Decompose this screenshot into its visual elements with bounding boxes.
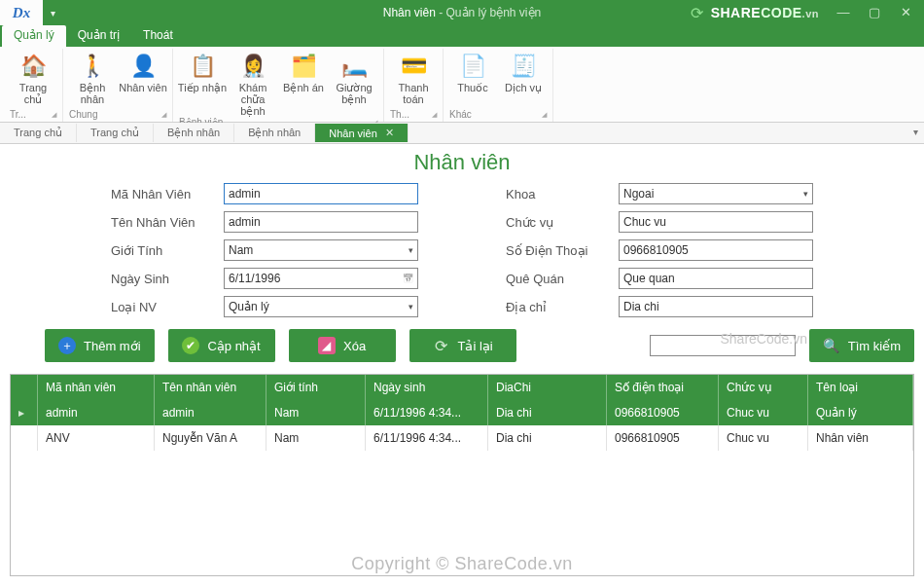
grid-cell: Nguyễn Văn A (155, 425, 267, 451)
delete-button[interactable]: ◢ Xóa (289, 329, 396, 362)
page-title: Nhân viên (10, 150, 914, 175)
chevron-down-icon: ▾ (803, 189, 808, 199)
grid-cell: Chuc vu (719, 425, 808, 451)
ribbon-home[interactable]: 🏠Trang chủ (8, 49, 58, 109)
reload-button[interactable]: ⟳ Tải lại (409, 329, 516, 362)
field-department[interactable]: Ngoai▾ (619, 183, 813, 204)
form-area: Mã Nhân ViênadminTên Nhân ViênadminGiới … (10, 181, 914, 329)
ribbon-tab-thoát[interactable]: Thoát (131, 25, 185, 47)
grid-column-header[interactable]: Tên nhân viên (155, 375, 267, 400)
ribbon-group: 🚶Bệnh nhân👤Nhân viênChung (63, 49, 173, 122)
grid-column-header[interactable]: Ngày sinh (366, 375, 488, 400)
eraser-icon: ◢ (318, 337, 336, 354)
close-tab-icon[interactable]: ✕ (385, 127, 394, 139)
close-button[interactable]: ✕ (895, 1, 916, 24)
grid-cell: admin (38, 400, 155, 425)
field-hometown-label: Quê Quán (506, 272, 613, 286)
field-hometown-value: Que quan (623, 272, 675, 285)
app-logo[interactable]: Dx (0, 0, 43, 25)
ribbon-medicine[interactable]: 📄Thuốc (447, 49, 498, 109)
doctabs-overflow-icon[interactable]: ▾ (913, 127, 918, 137)
field-gender-label: Giới Tính (111, 243, 218, 258)
quick-access-toolbar[interactable]: ▾ (43, 8, 63, 18)
grid-column-header[interactable]: Tên loại (808, 375, 913, 400)
grid-cell: 6/11/1996 4:34... (366, 425, 488, 451)
document-tabs: Trang chủTrang chủBệnh nhânBệnh nhânNhân… (0, 123, 924, 144)
grid-cell: Nam (267, 425, 366, 451)
doc-tab[interactable]: Bệnh nhân (234, 124, 315, 142)
ribbon-exam[interactable]: 👩‍⚕️Khám chữa bệnh (228, 49, 278, 117)
ribbon-tab-quản-trị[interactable]: Quản trị (66, 25, 131, 47)
field-position-label: Chức vụ (506, 215, 613, 230)
data-grid[interactable]: Mã nhân viênTên nhân viênGiới tínhNgày s… (10, 374, 914, 576)
ribbon-tab-quản-lý[interactable]: Quản lý (2, 25, 66, 47)
ribbon-patient[interactable]: 🚶Bệnh nhân (67, 49, 118, 109)
add-button[interactable]: ＋ Thêm mới (45, 329, 155, 362)
grid-cell: Nam (267, 400, 366, 425)
ribbon-reception[interactable]: 📋Tiếp nhận (177, 49, 228, 117)
table-row[interactable]: ANVNguyễn Văn ANam6/11/1996 4:34...Dia c… (11, 425, 913, 451)
field-staff-type[interactable]: Quản lý▾ (224, 296, 418, 317)
doc-tab[interactable]: Trang chủ (0, 124, 77, 142)
field-birthdate-value: 6/11/1996 (229, 272, 280, 285)
qat-dropdown-icon[interactable]: ▾ (51, 8, 55, 18)
ribbon-button-label: Giường bệnh (336, 82, 372, 105)
grid-cell: Nhân viên (808, 425, 913, 451)
search-input[interactable] (650, 335, 796, 356)
grid-cell: 6/11/1996 4:34... (366, 400, 488, 425)
ribbon-bed[interactable]: 🛏️Giường bệnh (329, 49, 379, 117)
ribbon-group-label: Th... (388, 109, 439, 122)
field-staff-name-value: admin (229, 215, 261, 229)
row-marker (11, 425, 38, 451)
field-phone-value: 0966810905 (623, 243, 689, 257)
field-gender[interactable]: Nam▾ (224, 239, 418, 261)
reload-icon: ⟳ (432, 337, 449, 354)
grid-cell: Quản lý (808, 400, 913, 425)
field-gender-value: Nam (229, 243, 253, 257)
field-staff-name[interactable]: admin (224, 211, 418, 233)
search-button[interactable]: 🔍 Tìm kiếm (809, 329, 914, 362)
field-position[interactable]: Chuc vu (619, 211, 813, 233)
ribbon-group: 🏠Trang chủTr... (4, 49, 63, 122)
field-staff-type-label: Loại NV (111, 300, 218, 314)
ribbon-group-label: Khác (447, 109, 549, 122)
chevron-down-icon: ▾ (409, 245, 413, 255)
grid-column-header[interactable]: Chức vụ (719, 375, 808, 400)
ribbon-staff[interactable]: 👤Nhân viên (118, 49, 168, 109)
field-staff-id[interactable]: admin (224, 183, 418, 204)
grid-column-header[interactable]: Mã nhân viên (38, 375, 155, 400)
sharecode-brand: SHARECODE.vn (711, 5, 819, 20)
doc-tab[interactable]: Nhân viên✕ (315, 124, 409, 142)
doc-tab[interactable]: Bệnh nhân (154, 124, 234, 142)
ribbon-payment-icon: 💳 (398, 51, 429, 82)
field-phone[interactable]: 0966810905 (619, 239, 813, 261)
grid-cell: ANV (38, 425, 155, 451)
ribbon-bed-icon: 🛏️ (338, 51, 370, 82)
grid-column-header[interactable]: DiaChi (488, 375, 607, 400)
ribbon-payment[interactable]: 💳Thanh toán (388, 49, 439, 109)
chevron-down-icon: ▾ (409, 302, 413, 311)
field-staff-id-label: Mã Nhân Viên (111, 187, 218, 201)
ribbon-tabs: Quản lýQuản trịThoát (0, 25, 924, 47)
ribbon-button-label: Thanh toán (398, 82, 428, 105)
ribbon-record[interactable]: 🗂️Bệnh án (278, 49, 329, 117)
update-button[interactable]: ✔ Cập nhật (168, 329, 275, 362)
ribbon-group-label: Tr... (8, 109, 58, 122)
field-hometown[interactable]: Que quan (619, 268, 813, 289)
calendar-icon: 📅 (403, 274, 413, 283)
grid-column-header[interactable]: Số điện thoại (607, 375, 719, 400)
doc-tab[interactable]: Trang chủ (77, 124, 154, 142)
table-row[interactable]: ▸adminadminNam6/11/1996 4:34...Dia chi09… (11, 400, 913, 425)
field-address-label: Địa chỉ (506, 300, 613, 314)
field-address[interactable]: Dia chi (619, 296, 813, 317)
field-birthdate[interactable]: 6/11/1996📅 (224, 268, 418, 289)
ribbon-button-label: Trang chủ (19, 82, 47, 105)
ribbon-home-icon: 🏠 (18, 51, 49, 82)
title-bar: Dx ▾ Nhân viên - Quản lý bệnh viện ⟳ SHA… (0, 0, 924, 25)
field-position-value: Chuc vu (623, 215, 666, 229)
grid-column-header[interactable]: Giới tính (267, 375, 366, 400)
ribbon-service[interactable]: 🧾Dịch vụ (498, 49, 549, 109)
minimize-button[interactable]: — (833, 1, 854, 24)
maximize-button[interactable]: ▢ (864, 1, 885, 24)
grid-row-marker-header (11, 375, 38, 400)
